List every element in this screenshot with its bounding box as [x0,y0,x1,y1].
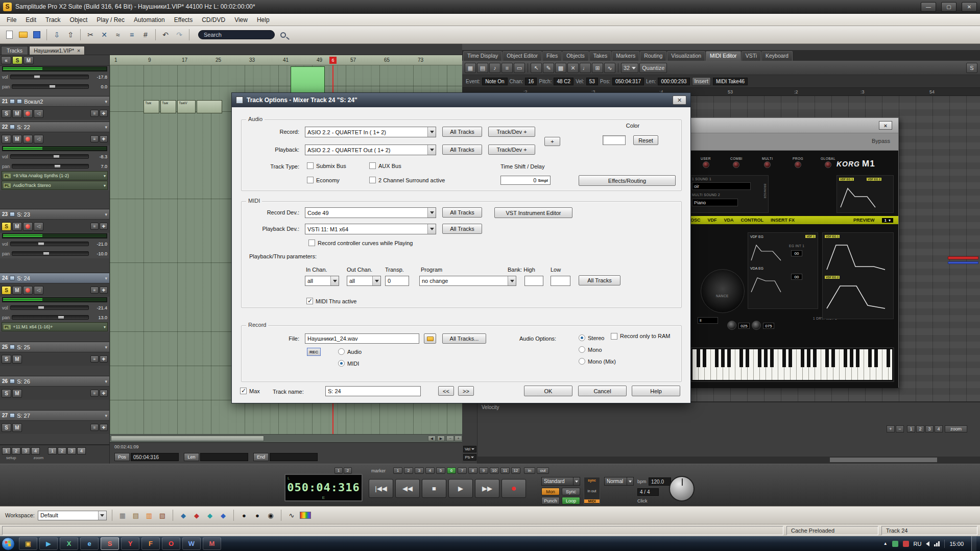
save-project-icon[interactable] [31,29,43,41]
chevron-down-icon[interactable]: ▾ [105,276,107,281]
cancel-button[interactable]: Cancel [578,386,627,396]
end-field[interactable] [270,453,318,461]
marker-1-button[interactable]: 1 [393,467,402,474]
zoom-preset-1[interactable]: 1 [907,425,915,433]
menu-view[interactable]: View [230,14,252,26]
marker-brown-icon[interactable]: ◆ [192,510,202,520]
track-settings-icon[interactable]: ✚ [100,223,108,230]
workspace-combo[interactable]: Default [38,511,107,520]
record-device-combo[interactable]: ASIO 2.2 - QUARTET In ( 1+ 2) [305,127,436,137]
setup-4-button[interactable]: 4 [31,447,40,454]
track-header[interactable]: 22 S: 22 ▾ [0,122,109,132]
taskbar-music-app[interactable]: M [203,537,221,550]
add-device-button[interactable]: + [544,137,560,146]
scroll-left-icon[interactable]: ◀ [428,436,436,441]
tab-vsti[interactable]: VSTi [742,51,761,61]
midi-params-all-tracks-button[interactable]: All Tracks [579,275,620,285]
record-to-ram-checkbox[interactable]: Record only to RAM [611,333,678,340]
track-settings-icon[interactable]: ✚ [100,286,108,294]
rewind-button[interactable]: ◀◀ [395,479,420,498]
tracks-tab[interactable]: Tracks [1,46,28,55]
plugin-titlebar[interactable] [685,118,898,133]
tab-files[interactable]: Files [542,51,562,61]
solo-button[interactable]: S [2,355,11,364]
pitchbend-lane-combo[interactable]: Pb [463,454,476,461]
quantize-button[interactable]: Quantize [639,63,667,73]
vel-value[interactable]: 53 [586,78,598,85]
bpm-field[interactable]: 120.0 [649,477,671,486]
new-project-icon[interactable] [3,29,15,41]
user-knob[interactable]: USER [701,157,711,168]
midi-playback-all-tracks-button[interactable]: All Tracks [442,224,482,234]
plugin-close-button[interactable]: × [879,121,892,130]
playback-track-dev-button[interactable]: Track/Dev + [488,145,535,155]
erase-tool-icon[interactable]: ✕ [567,63,579,73]
volume-slider[interactable] [10,242,89,246]
submix-bus-checkbox[interactable]: Submix Bus [307,162,346,169]
scroll-right-icon[interactable]: ▶ [437,436,445,441]
global-knob[interactable]: GLOBAL [821,157,835,168]
bank-high-field[interactable] [524,276,543,286]
mono-mix-radio[interactable]: Mono (Mix) [579,358,616,365]
midi-record-all-tracks-button[interactable]: All Tracks [442,207,482,218]
len-field[interactable] [200,453,248,461]
piano-roll-view-icon[interactable]: ▦ [465,63,476,73]
rec-indicator-button[interactable]: REC [307,348,321,356]
menu-file[interactable]: File [2,14,21,26]
setup-1-button[interactable]: 1 [2,447,11,454]
time-display[interactable]: L 050:04:316 E [284,474,363,501]
export-audio-icon[interactable]: ⇧ [64,29,77,41]
mute-button[interactable]: M [12,135,22,143]
track-header[interactable]: 26 S: 26 ▾ [0,376,109,387]
grid-icon[interactable]: # [139,29,152,41]
marker-red-icon[interactable]: ◆ [205,510,215,520]
mute-button[interactable]: M [12,109,22,118]
taskbar-photo-viewer[interactable]: ▶ [39,537,58,550]
search-input[interactable]: Search [198,30,275,39]
solo-button[interactable]: S [2,389,11,398]
pos-value[interactable]: 050:04:317 [612,78,644,85]
mouse-mode-teal-icon[interactable]: ● [252,510,262,520]
tab-object-editor[interactable]: Object Editor [503,51,542,61]
mouse-mode-red-icon[interactable]: ● [239,510,249,520]
volume-slider[interactable] [10,75,89,79]
browser-label[interactable]: BROWSER [763,184,767,199]
pos-field[interactable]: 050:04:316 [131,453,179,461]
setup-3-button[interactable]: 3 [21,447,30,454]
start-button[interactable] [2,537,15,550]
dialog-close-button[interactable]: ✕ [673,95,686,105]
forward-button[interactable]: ▶▶ [475,479,499,498]
track-header[interactable]: 21 Вокал2 ▾ [0,97,109,107]
taskbar-opera[interactable]: O [162,537,180,550]
freeze-icon[interactable]: ≡ [90,110,99,117]
insert-fx-tab[interactable]: INSERT FX [771,218,795,223]
record-arm-button[interactable] [23,109,33,118]
program-combo[interactable]: no change [419,276,516,286]
play-button[interactable]: ▶ [448,479,473,498]
combi-knob[interactable]: COMBI [730,157,743,168]
monitor-volume-knob[interactable] [669,476,695,501]
score-editor-icon[interactable]: ▭ [514,63,525,73]
track-settings-icon[interactable]: ✚ [100,135,108,142]
monitor-button[interactable]: ◁ [34,222,43,231]
punch-out-button[interactable]: out [537,467,549,474]
audio-object[interactable]: Тык [144,100,159,113]
track-settings-icon[interactable]: ✚ [100,390,108,397]
sound-name-field[interactable]: oir [692,182,751,190]
scrollbar-thumb[interactable] [111,436,264,441]
range-2-button[interactable]: 2 [344,467,352,474]
midi-playback-device-combo[interactable]: VSTi 11: M1 x64 [305,224,436,234]
midi-record-device-combo[interactable]: Code 49 [305,207,436,218]
piano-roll-scrollbar[interactable] [477,457,980,464]
color-reset-button[interactable]: Reset [633,135,658,145]
freeze-icon[interactable]: ≡ [90,424,99,431]
mute-button[interactable]: M [12,355,22,364]
color-mode-icon[interactable] [300,512,311,519]
taskbar-internet-explorer[interactable]: e [80,537,99,550]
range-1-button[interactable]: 1 [334,467,343,474]
velocity-lane-combo[interactable]: Vel [463,446,476,452]
time-signature-field[interactable]: 4 / 4 [637,488,659,496]
volume-icon[interactable] [926,541,929,546]
import-audio-icon[interactable]: ⇩ [51,29,63,41]
collapse-panel-button[interactable]: « [1,56,11,64]
